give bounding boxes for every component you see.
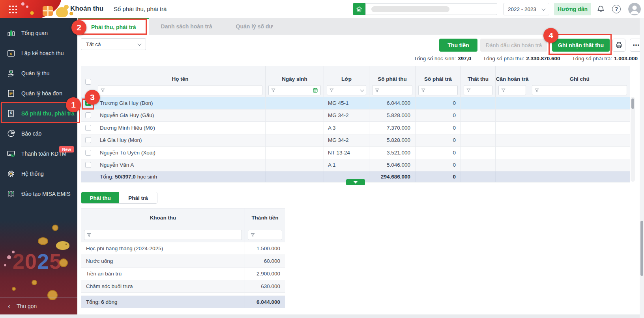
- notifications-button[interactable]: [597, 5, 605, 13]
- student-receivable: 5.828.000: [369, 110, 416, 122]
- row-checkbox[interactable]: [85, 162, 91, 168]
- card-check-icon: [7, 149, 15, 158]
- header-dob: Ngày sinh: [266, 66, 324, 97]
- fee-item: Tiền ăn bán trú: [81, 268, 245, 280]
- student-class: MG 34-2: [324, 110, 369, 122]
- header-refund: Cần hoàn trả: [496, 66, 529, 97]
- student-row[interactable]: Nguyễn Tú Uyên (Xoài) NT 13-24 3.521.000…: [81, 147, 630, 159]
- student-class: A 1: [324, 159, 369, 172]
- student-payable: 0: [416, 110, 461, 122]
- coin-decor: [59, 258, 68, 267]
- filter-payable-input[interactable]: [418, 85, 458, 95]
- row-checkbox-cell: [81, 147, 95, 159]
- sidebar-item-quan-ly-hoa-don[interactable]: Quản lý hóa đơn: [0, 83, 77, 103]
- sidebar-item-lap-ke-hoach-thu[interactable]: $ Lập kế hoạch thu: [0, 43, 77, 63]
- row-checkbox[interactable]: [85, 150, 91, 156]
- scope-filter-select[interactable]: Tất cả: [81, 38, 146, 50]
- student-refund: [496, 110, 529, 122]
- app-grid-icon[interactable]: [9, 5, 17, 14]
- table-scrollbar-thumb[interactable]: [631, 99, 634, 109]
- chevron-down-icon: [138, 42, 142, 46]
- fee-amount: 2.900.000: [245, 268, 285, 280]
- total-students: Tổng: 50/397,0 học sinh: [95, 171, 266, 182]
- row-checkbox[interactable]: [85, 137, 91, 143]
- print-button[interactable]: [612, 39, 625, 52]
- svg-text:$: $: [10, 70, 12, 73]
- student-row[interactable]: Lê Gia Huy (Mon) MG 34-2 5.828.000 0: [81, 134, 630, 147]
- funnel-icon: [501, 88, 505, 93]
- partial-row: [81, 293, 285, 296]
- total-payable: 0: [416, 171, 461, 182]
- student-row[interactable]: Nguyễn Văn A A 1 5.046.000 0: [81, 159, 630, 172]
- fee-row[interactable]: Tiền ăn bán trú 2.900.000: [81, 268, 285, 280]
- open-book-icon: [7, 190, 15, 198]
- sidebar-item-label: Quản lý hóa đơn: [21, 90, 62, 97]
- school-year-select[interactable]: 2022 - 2023: [504, 3, 549, 15]
- sidebar-item-tong-quan[interactable]: Tổng quan: [0, 23, 77, 43]
- collect-money-button[interactable]: Thu tiền: [439, 39, 477, 52]
- filter-amount-input[interactable]: [248, 230, 282, 240]
- calendar-icon[interactable]: [313, 87, 318, 93]
- select-all-checkbox[interactable]: [85, 79, 91, 85]
- student-receivable: 3.521.000: [369, 147, 416, 159]
- fee-row[interactable]: Học phí hàng tháng (2024-2025) 1.500.000: [81, 242, 285, 255]
- printer-icon: [615, 41, 623, 49]
- filter-fee-item-input[interactable]: [84, 230, 242, 240]
- student-row[interactable]: Dương Minh Hiếu (Mỡ) A 3 7.370.000 0: [81, 122, 630, 134]
- chevron-left-icon: ‹: [8, 303, 10, 310]
- snake-decor: [56, 241, 69, 250]
- tab-danh-sach-hoan-tra[interactable]: Danh sách hoàn trả: [149, 18, 224, 35]
- avatar[interactable]: [628, 3, 641, 15]
- tab-quan-ly-so-du[interactable]: Quản lý số dư: [224, 18, 285, 35]
- filter-receivable-input[interactable]: [372, 85, 412, 95]
- row-checkbox[interactable]: [85, 125, 91, 131]
- sidebar-item-bao-cao[interactable]: Báo cáo: [0, 123, 77, 143]
- school-search-input[interactable]: [365, 3, 497, 15]
- page-scrollbar[interactable]: [640, 18, 644, 318]
- mark-refund-button[interactable]: Đánh dấu cần hoàn trả: [480, 39, 547, 52]
- row-checkbox-checked[interactable]: [85, 100, 91, 106]
- blossom-decor: [26, 6, 28, 8]
- home-button[interactable]: [353, 3, 365, 15]
- sidebar-item-label: Lập kế hoạch thu: [21, 50, 64, 56]
- filter-note-input[interactable]: [532, 85, 627, 95]
- table-scrollbar[interactable]: [631, 97, 635, 182]
- sidebar-item-quan-ly-thu[interactable]: $ Quản lý thu: [0, 63, 77, 83]
- student-dob: [266, 147, 324, 159]
- filter-name-input[interactable]: [98, 85, 262, 95]
- pie-chart-icon: [7, 129, 15, 138]
- detail-tab-phai-tra[interactable]: Phải trả: [119, 192, 157, 203]
- student-payable: 0: [416, 147, 461, 159]
- row-checkbox-cell: [81, 122, 95, 134]
- sidebar-item-so-phai-thu-phai-tra[interactable]: $ Sổ phải thu, phải trả: [0, 103, 77, 123]
- filter-refund-input[interactable]: [498, 85, 526, 95]
- svg-text:$: $: [10, 111, 12, 115]
- header-class: Lớp: [324, 66, 369, 97]
- tab-phai-thu-phai-tra[interactable]: Phải thu, phải trả: [78, 18, 149, 35]
- student-row[interactable]: Nguyễn Gia Huy (Gấu) MG 34-2 5.828.000 0: [81, 110, 630, 122]
- sidebar-collapse[interactable]: ‹ Thu gọn: [0, 297, 77, 314]
- guide-button[interactable]: Hướng dẫn: [554, 3, 591, 15]
- row-checkbox[interactable]: [85, 112, 91, 118]
- sidebar-item-dao-tao-misa-emis[interactable]: Đào tạo MISA EMIS: [0, 184, 77, 204]
- page-scrollbar-thumb[interactable]: [640, 221, 643, 276]
- filter-dob-input[interactable]: [268, 85, 321, 95]
- filter-class-select[interactable]: [327, 85, 366, 95]
- collapse-detail-button[interactable]: [346, 179, 365, 185]
- detail-tab-phai-thu[interactable]: Phải thu: [81, 192, 119, 203]
- record-loss-button[interactable]: Ghi nhận thất thu: [552, 39, 610, 52]
- sidebar-nav: Tổng quan $ Lập kế hoạch thu $ Quản lý t…: [0, 23, 77, 204]
- fee-row[interactable]: Nước uống 60.000: [81, 255, 285, 268]
- detail-total-label: Tổng: 6 dòng: [81, 296, 245, 308]
- help-button[interactable]: ?: [612, 5, 621, 13]
- sidebar: Tổng quan $ Lập kế hoạch thu $ Quản lý t…: [0, 18, 77, 314]
- blossom-decor: [4, 264, 6, 266]
- fee-row[interactable]: Chăm sóc buổi trưa 630.000: [81, 280, 285, 293]
- sidebar-item-he-thong[interactable]: Hệ thống: [0, 164, 77, 184]
- student-row[interactable]: Trương Gia Huy (Bon) MG 45-1 6.044.000 0: [81, 97, 630, 110]
- sidebar-item-thanh-toan-kdtm[interactable]: Thanh toán KDTM New: [0, 143, 77, 164]
- gear-icon: [7, 169, 15, 178]
- header-note: Ghi chú: [529, 66, 630, 97]
- collapse-label: Thu gọn: [17, 303, 37, 309]
- filter-loss-input[interactable]: [464, 85, 492, 95]
